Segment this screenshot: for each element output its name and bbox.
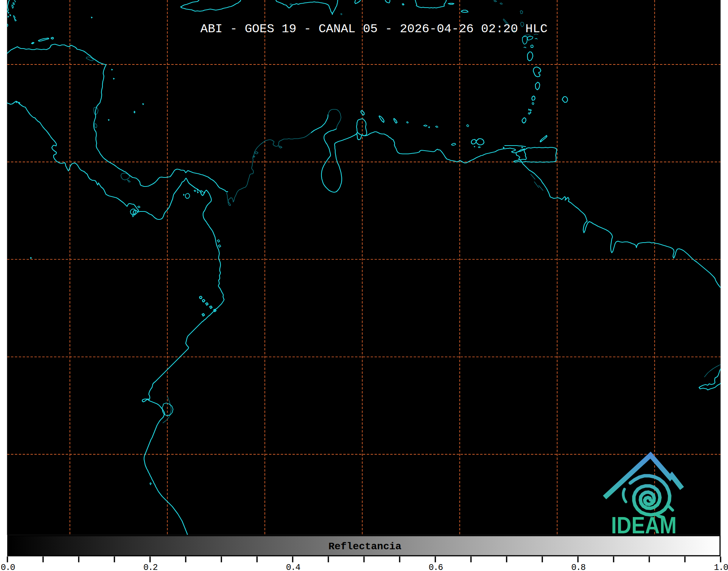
svg-text:ABI - GOES 19 - CANAL 05 - 202: ABI - GOES 19 - CANAL 05 - 2026-04-26 02… <box>201 22 548 36</box>
svg-text:1.0: 1.0 <box>714 563 728 571</box>
svg-text:0.4: 0.4 <box>286 563 300 571</box>
svg-text:Reflectancia: Reflectancia <box>328 541 401 552</box>
svg-text:IDEAM: IDEAM <box>611 512 677 538</box>
svg-text:0.6: 0.6 <box>429 563 443 571</box>
svg-text:0.8: 0.8 <box>571 563 585 571</box>
svg-text:0.0: 0.0 <box>1 563 15 571</box>
svg-text:0.2: 0.2 <box>143 563 157 571</box>
